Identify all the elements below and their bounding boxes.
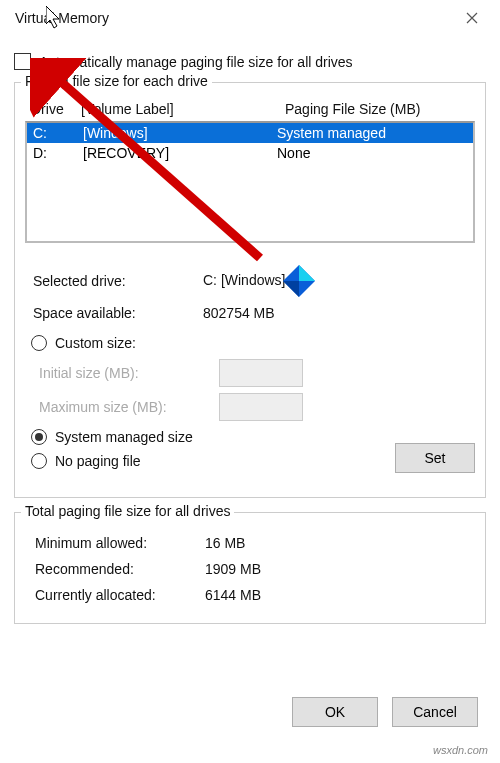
initial-size-input[interactable] <box>219 359 303 387</box>
system-managed-radio[interactable] <box>31 429 47 445</box>
drive-group: Paging file size for each drive Drive [V… <box>14 82 486 498</box>
recommended-label: Recommended: <box>35 561 205 577</box>
selected-drive-value: C: [Windows] <box>203 272 285 288</box>
space-available-value: 802754 MB <box>203 305 475 321</box>
no-paging-radio[interactable] <box>31 453 47 469</box>
header-size: Paging File Size (MB) <box>285 101 475 117</box>
set-button[interactable]: Set <box>395 443 475 473</box>
svg-marker-2 <box>283 281 299 297</box>
svg-marker-1 <box>299 265 315 281</box>
watermark: wsxdn.com <box>433 744 488 756</box>
drive-listbox[interactable]: C: [Windows] System managed D: [RECOVERY… <box>25 121 475 243</box>
custom-size-label: Custom size: <box>55 335 136 351</box>
window-title: Virtual Memory <box>8 10 452 26</box>
custom-size-radio[interactable] <box>31 335 47 351</box>
maximum-size-input[interactable] <box>219 393 303 421</box>
drive-row[interactable]: D: [RECOVERY] None <box>27 143 473 163</box>
min-allowed-label: Minimum allowed: <box>35 535 205 551</box>
windows-logo-icon <box>281 263 317 299</box>
close-button[interactable] <box>452 3 492 33</box>
min-allowed-value: 16 MB <box>205 535 475 551</box>
header-drive: Drive <box>31 101 81 117</box>
totals-group: Total paging file size for all drives Mi… <box>14 512 486 624</box>
no-paging-label: No paging file <box>55 453 141 469</box>
totals-legend: Total paging file size for all drives <box>21 503 234 519</box>
auto-manage-checkbox[interactable] <box>14 53 31 70</box>
cancel-button[interactable]: Cancel <box>392 697 478 727</box>
currently-allocated-label: Currently allocated: <box>35 587 205 603</box>
drive-group-legend: Paging file size for each drive <box>21 73 212 89</box>
auto-manage-label: Automatically manage paging file size fo… <box>39 54 353 70</box>
recommended-value: 1909 MB <box>205 561 475 577</box>
header-volume: [Volume Label] <box>81 101 285 117</box>
ok-button[interactable]: OK <box>292 697 378 727</box>
drive-row[interactable]: C: [Windows] System managed <box>27 123 473 143</box>
space-available-label: Space available: <box>33 305 203 321</box>
selected-drive-label: Selected drive: <box>33 273 203 289</box>
currently-allocated-value: 6144 MB <box>205 587 475 603</box>
system-managed-label: System managed size <box>55 429 193 445</box>
initial-size-label: Initial size (MB): <box>39 365 219 381</box>
maximum-size-label: Maximum size (MB): <box>39 399 219 415</box>
